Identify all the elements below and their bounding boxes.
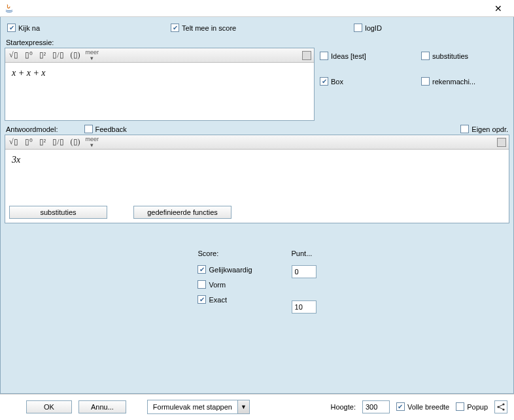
java-icon <box>4 3 14 14</box>
sup0-icon[interactable]: ▯⁰ <box>24 50 34 60</box>
antwoord-panel: √▯ ▯⁰ ▯² ▯/▯ (▯) meer▾ 3x substituties g… <box>5 135 509 223</box>
ideas-checkbox[interactable]: Ideas [test] <box>320 52 408 60</box>
sqrt-icon[interactable]: √▯ <box>8 137 20 147</box>
box-checkbox[interactable]: Box <box>320 77 408 86</box>
frac-icon[interactable]: ▯/▯ <box>51 137 65 147</box>
svg-point-0 <box>497 406 499 408</box>
feedback-checkbox[interactable]: Feedback <box>84 125 127 133</box>
rekenmachine-checkbox[interactable]: rekenmachi... <box>421 77 509 86</box>
exact-checkbox[interactable]: Exact <box>197 295 252 304</box>
paren-icon[interactable]: (▯) <box>69 137 82 147</box>
substituties-checkbox[interactable]: substituties <box>421 52 509 60</box>
ok-button[interactable]: OK <box>26 400 72 413</box>
sqrt-icon[interactable]: √▯ <box>8 50 20 60</box>
volle-breedte-checkbox[interactable]: Volle breedte <box>396 402 449 411</box>
punt-gelijk-input[interactable] <box>292 265 317 278</box>
punt-exact-input[interactable] <box>292 300 317 314</box>
answer-toolbar: √▯ ▯⁰ ▯² ▯/▯ (▯) meer▾ <box>5 135 509 150</box>
toolbar-drop-icon[interactable] <box>302 51 311 60</box>
sup2-icon[interactable]: ▯² <box>38 50 48 60</box>
startexpressie-editor[interactable]: x + x + x <box>5 63 314 120</box>
annuleren-button[interactable]: Annu... <box>78 400 126 413</box>
teltmee-checkbox[interactable]: Telt mee in score <box>171 24 236 32</box>
popup-checkbox[interactable]: Popup <box>456 402 488 411</box>
startexpressie-panel: √▯ ▯⁰ ▯² ▯/▯ (▯) meer▾ x + x + x <box>5 48 315 121</box>
vorm-checkbox[interactable]: Vorm <box>197 280 252 289</box>
antwoord-editor[interactable]: 3x <box>5 150 509 202</box>
chevron-down-icon: ▼ <box>237 400 249 413</box>
sup2-icon[interactable]: ▯² <box>38 137 48 147</box>
gelijkwaardig-checkbox[interactable]: Gelijkwaardig <box>197 265 252 274</box>
startexpressie-label: Startexpressie: <box>5 36 315 48</box>
svg-point-2 <box>502 408 504 410</box>
hoogte-input[interactable] <box>362 400 390 413</box>
logid-checkbox[interactable]: logID <box>354 24 382 32</box>
substituties-button[interactable]: substituties <box>9 206 107 219</box>
paren-icon[interactable]: (▯) <box>69 50 82 60</box>
type-select[interactable]: Formulevak met stappen ▼ <box>147 400 250 414</box>
hoogte-label: Hoogte: <box>330 403 356 411</box>
punt-header: Punt... <box>292 250 317 257</box>
score-header: Score: <box>197 250 252 257</box>
start-toolbar: √▯ ▯⁰ ▯² ▯/▯ (▯) meer▾ <box>5 48 314 63</box>
gedefinieerde-functies-button[interactable]: gedefinieerde functies <box>133 206 231 219</box>
close-button[interactable]: ✕ <box>487 1 510 16</box>
toolbar-drop-icon[interactable] <box>497 138 506 147</box>
frac-icon[interactable]: ▯/▯ <box>51 50 65 60</box>
meer-dropdown[interactable]: meer▾ <box>86 50 99 61</box>
meer-dropdown[interactable]: meer▾ <box>86 137 99 148</box>
antwoordmodel-label: Antwoordmodel: <box>6 125 58 133</box>
share-icon[interactable] <box>494 400 507 413</box>
eigen-opdr-checkbox[interactable]: Eigen opdr. <box>460 125 508 133</box>
kijkna-checkbox[interactable]: Kijk na <box>7 24 40 32</box>
svg-point-1 <box>502 403 504 405</box>
sup0-icon[interactable]: ▯⁰ <box>24 137 34 147</box>
